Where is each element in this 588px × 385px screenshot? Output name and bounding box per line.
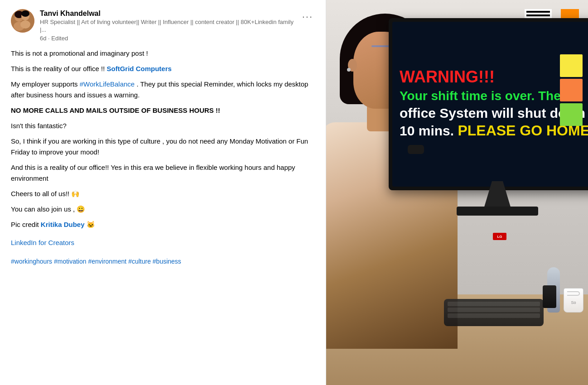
key-row	[448, 302, 540, 306]
lg-logo: LG	[493, 233, 506, 240]
text-span: And this is a reality of our office!! Ye…	[11, 164, 295, 182]
earring	[347, 68, 351, 72]
monitor-base	[457, 207, 538, 216]
post-header: Tanvi Khandelwal HR Specialist || Art of…	[11, 9, 315, 42]
monitor-display: WARNING!!! Your shift time is over. The …	[392, 22, 588, 187]
text-span: This is not a promotional and imaginary …	[11, 49, 148, 57]
avatar[interactable]	[11, 9, 34, 33]
paragraph-5: Isn't this fantastic?	[11, 120, 315, 131]
text-span: You can also join us , 😀	[11, 205, 85, 213]
paragraph-7: And this is a reality of our office!! Ye…	[11, 162, 315, 184]
sticky-notes	[560, 54, 583, 126]
mug-handle	[567, 291, 580, 296]
text-span: Cheers to all of us!! 🙌	[11, 190, 80, 197]
paragraph-9: You can also join us , 😀	[11, 204, 315, 215]
worklife-hashtag[interactable]: #WorkLifeBalance	[80, 80, 135, 88]
author-name: Tanvi Khandelwal	[40, 9, 294, 19]
author-title: HR Specialist || Art of living volunteer…	[40, 19, 294, 34]
flag-saffron	[561, 9, 579, 18]
sticky-note-orange	[560, 79, 583, 101]
text-span: Pic credit	[11, 221, 41, 228]
sticky-note-green	[560, 103, 583, 126]
paragraph-1: This is not a promotional and imaginary …	[11, 48, 315, 59]
paragraph-10: Pic credit Kritika Dubey 🐱	[11, 219, 315, 230]
softgrid-link[interactable]: SoftGrid Computers	[106, 65, 171, 72]
hashtags[interactable]: #workinghours #motivation #environment #…	[11, 256, 315, 266]
paragraph-6: So, I think if you are working in this t…	[11, 136, 315, 158]
text-span: So, I think if you are working in this t…	[11, 137, 308, 156]
paragraph-2: This is the reality of our office !! Sof…	[11, 63, 315, 74]
coffee-mug: So	[564, 288, 583, 313]
svg-point-6	[21, 10, 29, 17]
author-section: Tanvi Khandelwal HR Specialist || Art of…	[11, 9, 294, 42]
key-row	[448, 308, 540, 312]
smartwatch	[408, 145, 424, 154]
author-info: Tanvi Khandelwal HR Specialist || Art of…	[40, 9, 294, 42]
more-options-button[interactable]: ···	[300, 9, 315, 24]
keyboard	[444, 299, 544, 326]
kritika-link[interactable]: Kritika Dubey	[41, 221, 85, 228]
post-meta: 6d · Edited	[40, 35, 294, 42]
linkedin-creators-link[interactable]: LinkedIn for Creators	[11, 237, 74, 248]
scene: WARNING!!! Your shift time is over. The …	[326, 0, 588, 385]
paragraph-8: Cheers to all of us!! 🙌	[11, 188, 315, 199]
sticky-note-yellow	[560, 54, 583, 77]
post-panel: Tanvi Khandelwal HR Specialist || Art of…	[0, 0, 326, 385]
key-row	[448, 313, 540, 318]
svg-point-5	[20, 20, 30, 29]
paragraph-3: My employer supports #WorkLifeBalance . …	[11, 79, 315, 101]
text-span: This is the reality of our office !!	[11, 65, 106, 72]
paragraph-4: NO MORE CALLS AND MAILS OUTSIDE OF BUSIN…	[11, 105, 315, 116]
photo-panel: WARNING!!! Your shift time is over. The …	[326, 0, 588, 385]
text-span: My employer supports	[11, 80, 80, 88]
caps-text: NO MORE CALLS AND MAILS OUTSIDE OF BUSIN…	[11, 106, 220, 114]
monitor-bezel: WARNING!!! Your shift time is over. The …	[389, 18, 588, 190]
post-content: This is not a promotional and imaginary …	[11, 48, 315, 266]
object-dark	[543, 285, 556, 308]
emoji-cat: 🐱	[87, 221, 95, 228]
monitor: WARNING!!! Your shift time is over. The …	[380, 18, 588, 245]
text-span: Isn't this fantastic?	[11, 122, 67, 130]
mug-text: So	[564, 300, 583, 305]
key-rows	[444, 299, 544, 321]
